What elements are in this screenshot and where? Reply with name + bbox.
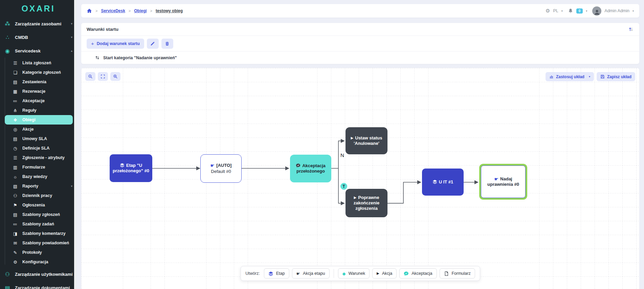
sidebar-item-kategorie-zgloszen[interactable]: ❏ Kategorie zgłoszeń (0, 68, 76, 77)
item-label: Szablony zadań (22, 222, 68, 226)
fit-view-button[interactable] (98, 72, 108, 81)
item-label: Kategorie zgłoszeń (22, 70, 68, 75)
sidebar-item-szablony-zadan[interactable]: ≔ Szablony zadań (0, 219, 76, 229)
flow-canvas[interactable]: N T (81, 68, 639, 289)
sidebar-item-konfiguracja[interactable]: ⚙ Konfiguracja (0, 257, 76, 267)
edit-button[interactable] (147, 39, 159, 49)
fit-screen-icon (101, 74, 105, 79)
diamond-icon: ◆ (342, 271, 346, 276)
hand-pointer-icon: ☛ (494, 176, 499, 182)
item-icon: ◎ (12, 127, 18, 132)
sidebar-item-ogloszenia[interactable]: ⚑ Ogłoszenia (0, 200, 76, 210)
save-layout-button[interactable]: Zapisz układ (597, 72, 635, 81)
item-icon: ⋔ (12, 108, 18, 113)
add-start-condition-button[interactable]: + Dodaj warunek startu (87, 39, 144, 49)
item-label: Szablony powiadomień (22, 241, 69, 245)
start-conditions-card: Warunki startu + Dodaj warunek startu St… (81, 23, 639, 64)
sidebar-item-akceptacje[interactable]: ≔ Akceptacje (0, 96, 76, 106)
hand-pointer-icon: ☛ (210, 163, 215, 168)
item-label: Definicje SLA (22, 146, 68, 151)
sidebar-item-umowy-sla[interactable]: ▤ Umowy SLA (0, 134, 76, 143)
sidebar-item-definicje-sla[interactable]: ◷ Definicje SLA (0, 143, 76, 153)
chevron-down-icon: ▴ (71, 49, 72, 52)
node-ustaw-status-anulowane[interactable]: ▶Ustaw status 'Anulowane' (346, 127, 387, 154)
sidebar-item-szablony-zgloszen[interactable]: ▤ Szablony zgłoszeń (0, 210, 76, 219)
item-label: Szablony zgłoszeń (22, 212, 68, 217)
zoom-in-button[interactable] (110, 72, 120, 81)
sidebar-item-zgloszenie-atrybuty[interactable]: ☰ Zgłoszenie - atrybuty (0, 153, 76, 162)
create-warunek-button[interactable]: ◆ Warunek (338, 268, 370, 279)
create-etap-button[interactable]: Etap (264, 268, 289, 279)
sidebar-nav: ⁂ Zarządzanie zasobami ▾ ∴ CMDB ▾ ◉ Serv… (0, 17, 76, 289)
avatar[interactable] (592, 6, 601, 16)
layers-icon (268, 271, 273, 276)
sidebar-item-protokoly[interactable]: ✎ Protokoły (0, 248, 76, 257)
node-u-it[interactable]: U IT #1 (422, 169, 464, 196)
sidebar-item-szablony-komentarzy[interactable]: ◨ Szablony komentarzy (0, 229, 76, 238)
play-icon: ▶ (377, 272, 379, 275)
node-nadaj-uprawnienia-selected[interactable]: ☛Nadaj uprawnienia #0 (479, 164, 527, 200)
breadcrumb-link-obiegi[interactable]: Obiegi (134, 8, 147, 13)
sidebar-section-cmdb[interactable]: ∴ CMDB ▾ (0, 30, 76, 44)
item-icon: ▥ (12, 165, 18, 170)
sidebar-item-dziennik-pracy[interactable]: ⚇ Dziennik pracy (0, 191, 76, 200)
zoom-out-button[interactable] (85, 72, 95, 81)
item-icon: ✉ (12, 241, 18, 246)
chevron-down-icon[interactable]: ▾ (561, 9, 563, 13)
sidebar-item-raporty[interactable]: ▧ Raporty ▾ (0, 181, 76, 191)
start-condition-row[interactable]: Start kategoria "Nadanie uprawnień" (81, 51, 639, 64)
item-icon: ≔ (12, 222, 18, 227)
user-name[interactable]: Admin Admin (604, 8, 629, 13)
node-akceptacja-przelozonego[interactable]: Akceptacja przełożonego (290, 155, 331, 182)
item-icon: ✎ (12, 250, 18, 255)
language-selector[interactable]: PL (553, 8, 558, 13)
sidebar-scrollbar[interactable] (74, 0, 76, 289)
branch-label-t: T (342, 184, 345, 189)
sidebar-item-szablony-powiadomien[interactable]: ✉ Szablony powiadomień (0, 238, 76, 248)
sidebar-item-bazy-wiedzy[interactable]: ☼ Bazy wiedzy (0, 172, 76, 181)
bell-icon[interactable] (568, 8, 573, 14)
sidebar-item-zestawienia[interactable]: ▤ Zestawienia (0, 77, 76, 87)
node-nadaj-uprawnienia[interactable]: ☛Nadaj uprawnienia #0 (481, 165, 526, 198)
section-label: Zarządzanie zasobami (15, 21, 67, 26)
gear-icon[interactable]: ⚙ (546, 8, 550, 14)
node-auto-default[interactable]: ☛[AUTO]Default #0 (200, 154, 242, 183)
apply-layout-button[interactable]: Zastosuj układ ▾ (546, 72, 594, 81)
chevron-down-icon[interactable]: ▾ (586, 9, 587, 13)
home-icon[interactable] (87, 8, 92, 14)
sidebar-section-zarzadzanie-zasobami[interactable]: ⁂ Zarządzanie zasobami ▾ (0, 17, 76, 30)
node-etap-u-przelozonego[interactable]: Etap "U przełożonego" #0 (110, 154, 152, 182)
item-icon: ❖ (12, 117, 18, 123)
sidebar-item-formularze[interactable]: ▥ Formularze (0, 162, 76, 172)
create-formularz-button[interactable]: Formularz (439, 268, 475, 279)
chevron-down-icon: ▾ (589, 75, 590, 78)
section-icon: ◉ (4, 48, 11, 54)
breadcrumb-current[interactable]: testowy obieg (156, 8, 183, 13)
sidebar-section-servicedesk[interactable]: ◉ Servicedesk ▴ (0, 44, 76, 58)
item-label: Rezerwacje (22, 89, 68, 94)
sidebar-section-zarzadzanie-dokumentami[interactable]: ▤ Zarządzanie dokumentami ▾ (0, 281, 76, 289)
floppy-icon (600, 74, 605, 79)
item-icon: ⚇ (12, 193, 18, 198)
create-akcja-etapu-button[interactable]: ☛ Akcja etapu (292, 268, 329, 279)
delete-button[interactable] (161, 39, 173, 49)
create-akceptacja-button[interactable]: Akceptacja (399, 268, 437, 279)
sidebar-section-zarzadzanie-uzytkownikami[interactable]: ⚇ Zarządzanie użytkownikami ▾ (0, 267, 76, 281)
item-label: Lista zgłoszeń (22, 61, 68, 65)
item-icon: ⚑ (12, 203, 18, 208)
node-poprawne-zakonczenie[interactable]: ▶Poprawne zakończenie zgłoszenia (346, 189, 387, 217)
layers-icon (432, 179, 437, 184)
pencil-icon (150, 41, 155, 46)
sidebar-item-obiegi[interactable]: ❖ Obiegi (5, 115, 73, 125)
create-akcja-button[interactable]: ▶ Akcja (372, 268, 397, 279)
topbar-right: ⚙ PL ▾ 0 ▾ Admin Admin ▾ (546, 6, 634, 16)
breadcrumb-link-servicedesk[interactable]: ServiceDesk (101, 8, 125, 13)
sidebar-item-reguly[interactable]: ⋔ Reguły (0, 106, 76, 115)
reorder-icon[interactable] (628, 26, 634, 32)
workflow-canvas-card: N T Etap "U przełożonego" #0 ☛[AUTO]Defa… (81, 68, 639, 289)
sidebar-item-lista-zgloszen[interactable]: ☰ Lista zgłoszeń (0, 58, 76, 68)
sidebar-item-rezerwacje[interactable]: ▦ Rezerwacje (0, 87, 76, 96)
chevron-down-icon[interactable]: ▾ (632, 9, 634, 13)
sidebar-item-akcje[interactable]: ◎ Akcje (0, 125, 76, 134)
grid-background (81, 68, 639, 289)
